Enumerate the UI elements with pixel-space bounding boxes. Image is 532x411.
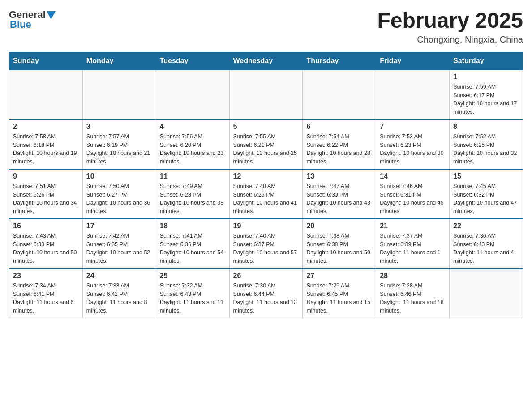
day-number: 7 [380,123,446,131]
day-number: 23 [13,272,79,280]
day-number: 25 [160,272,226,280]
day-info: Sunrise: 7:46 AMSunset: 6:31 PMDaylight:… [380,182,446,216]
table-row: 26Sunrise: 7:30 AMSunset: 6:44 PMDayligh… [229,269,303,318]
day-info: Sunrise: 7:38 AMSunset: 6:38 PMDaylight:… [306,232,372,265]
page-header: General Blue February 2025 Chongxing, Ni… [9,9,523,45]
day-info: Sunrise: 7:49 AMSunset: 6:28 PMDaylight:… [160,182,226,216]
day-number: 22 [453,222,519,230]
table-row: 11Sunrise: 7:49 AMSunset: 6:28 PMDayligh… [156,169,229,219]
day-number: 27 [306,272,372,280]
day-info: Sunrise: 7:43 AMSunset: 6:33 PMDaylight:… [13,232,79,265]
day-info: Sunrise: 7:48 AMSunset: 6:29 PMDaylight:… [233,182,299,216]
table-row: 8Sunrise: 7:52 AMSunset: 6:25 PMDaylight… [450,120,523,169]
day-number: 15 [453,172,519,180]
day-info: Sunrise: 7:58 AMSunset: 6:18 PMDaylight:… [13,133,79,166]
day-info: Sunrise: 7:40 AMSunset: 6:37 PMDaylight:… [233,232,299,265]
table-row [303,70,376,120]
table-row: 2Sunrise: 7:58 AMSunset: 6:18 PMDaylight… [9,120,83,169]
day-number: 18 [160,222,226,230]
day-number: 17 [86,222,152,230]
table-row: 24Sunrise: 7:33 AMSunset: 6:42 PMDayligh… [82,269,156,318]
table-row: 20Sunrise: 7:38 AMSunset: 6:38 PMDayligh… [303,219,376,269]
col-sunday: Sunday [9,52,83,70]
day-info: Sunrise: 7:37 AMSunset: 6:39 PMDaylight:… [380,232,446,265]
logo-triangle-icon [47,11,56,19]
calendar-week-row: 9Sunrise: 7:51 AMSunset: 6:26 PMDaylight… [9,169,523,219]
table-row: 23Sunrise: 7:34 AMSunset: 6:41 PMDayligh… [9,269,83,318]
table-row: 1Sunrise: 7:59 AMSunset: 6:17 PMDaylight… [450,70,523,120]
table-row: 4Sunrise: 7:56 AMSunset: 6:20 PMDaylight… [156,120,229,169]
month-title: February 2025 [377,9,523,33]
table-row [229,70,303,120]
day-number: 19 [233,222,299,230]
col-thursday: Thursday [303,52,376,70]
table-row [82,70,156,120]
day-info: Sunrise: 7:42 AMSunset: 6:35 PMDaylight:… [86,232,152,265]
table-row: 28Sunrise: 7:28 AMSunset: 6:46 PMDayligh… [376,269,450,318]
col-friday: Friday [376,52,450,70]
day-info: Sunrise: 7:54 AMSunset: 6:22 PMDaylight:… [306,133,372,166]
day-number: 5 [233,123,299,131]
table-row: 10Sunrise: 7:50 AMSunset: 6:27 PMDayligh… [82,169,156,219]
table-row: 25Sunrise: 7:32 AMSunset: 6:43 PMDayligh… [156,269,229,318]
table-row: 13Sunrise: 7:47 AMSunset: 6:30 PMDayligh… [303,169,376,219]
calendar-header-row: Sunday Monday Tuesday Wednesday Thursday… [9,52,523,70]
day-number: 20 [306,222,372,230]
col-monday: Monday [82,52,156,70]
day-info: Sunrise: 7:52 AMSunset: 6:25 PMDaylight:… [453,133,519,166]
day-number: 9 [13,172,79,180]
calendar-week-row: 2Sunrise: 7:58 AMSunset: 6:18 PMDaylight… [9,120,523,169]
day-info: Sunrise: 7:45 AMSunset: 6:32 PMDaylight:… [453,182,519,216]
table-row: 9Sunrise: 7:51 AMSunset: 6:26 PMDaylight… [9,169,83,219]
calendar-week-row: 16Sunrise: 7:43 AMSunset: 6:33 PMDayligh… [9,219,523,269]
col-wednesday: Wednesday [229,52,303,70]
day-number: 14 [380,172,446,180]
table-row [156,70,229,120]
day-info: Sunrise: 7:53 AMSunset: 6:23 PMDaylight:… [380,133,446,166]
day-number: 24 [86,272,152,280]
day-info: Sunrise: 7:50 AMSunset: 6:27 PMDaylight:… [86,182,152,216]
table-row: 16Sunrise: 7:43 AMSunset: 6:33 PMDayligh… [9,219,83,269]
day-number: 4 [160,123,226,131]
table-row [9,70,83,120]
table-row: 27Sunrise: 7:29 AMSunset: 6:45 PMDayligh… [303,269,376,318]
table-row: 19Sunrise: 7:40 AMSunset: 6:37 PMDayligh… [229,219,303,269]
day-info: Sunrise: 7:30 AMSunset: 6:44 PMDaylight:… [233,282,299,315]
day-number: 8 [453,123,519,131]
day-info: Sunrise: 7:57 AMSunset: 6:19 PMDaylight:… [86,133,152,166]
day-info: Sunrise: 7:32 AMSunset: 6:43 PMDaylight:… [160,282,226,315]
day-number: 2 [13,123,79,131]
day-info: Sunrise: 7:55 AMSunset: 6:21 PMDaylight:… [233,133,299,166]
day-info: Sunrise: 7:36 AMSunset: 6:40 PMDaylight:… [453,232,519,265]
day-number: 16 [13,222,79,230]
calendar-week-row: 23Sunrise: 7:34 AMSunset: 6:41 PMDayligh… [9,269,523,318]
day-number: 10 [86,172,152,180]
table-row: 14Sunrise: 7:46 AMSunset: 6:31 PMDayligh… [376,169,450,219]
calendar-week-row: 1Sunrise: 7:59 AMSunset: 6:17 PMDaylight… [9,70,523,120]
table-row: 21Sunrise: 7:37 AMSunset: 6:39 PMDayligh… [376,219,450,269]
table-row: 22Sunrise: 7:36 AMSunset: 6:40 PMDayligh… [450,219,523,269]
table-row: 7Sunrise: 7:53 AMSunset: 6:23 PMDaylight… [376,120,450,169]
day-info: Sunrise: 7:41 AMSunset: 6:36 PMDaylight:… [160,232,226,265]
day-number: 13 [306,172,372,180]
calendar-table: Sunday Monday Tuesday Wednesday Thursday… [9,52,523,318]
day-info: Sunrise: 7:29 AMSunset: 6:45 PMDaylight:… [306,282,372,315]
logo-blue-text: Blue [9,19,31,30]
day-info: Sunrise: 7:56 AMSunset: 6:20 PMDaylight:… [160,133,226,166]
table-row: 12Sunrise: 7:48 AMSunset: 6:29 PMDayligh… [229,169,303,219]
table-row [450,269,523,318]
day-info: Sunrise: 7:34 AMSunset: 6:41 PMDaylight:… [13,282,79,315]
table-row: 3Sunrise: 7:57 AMSunset: 6:19 PMDaylight… [82,120,156,169]
day-number: 12 [233,172,299,180]
day-number: 21 [380,222,446,230]
table-row: 5Sunrise: 7:55 AMSunset: 6:21 PMDaylight… [229,120,303,169]
table-row: 17Sunrise: 7:42 AMSunset: 6:35 PMDayligh… [82,219,156,269]
day-info: Sunrise: 7:51 AMSunset: 6:26 PMDaylight:… [13,182,79,216]
day-number: 3 [86,123,152,131]
table-row [376,70,450,120]
table-row: 6Sunrise: 7:54 AMSunset: 6:22 PMDaylight… [303,120,376,169]
day-number: 28 [380,272,446,280]
table-row: 15Sunrise: 7:45 AMSunset: 6:32 PMDayligh… [450,169,523,219]
location: Chongxing, Ningxia, China [377,34,523,45]
day-number: 1 [453,73,519,81]
